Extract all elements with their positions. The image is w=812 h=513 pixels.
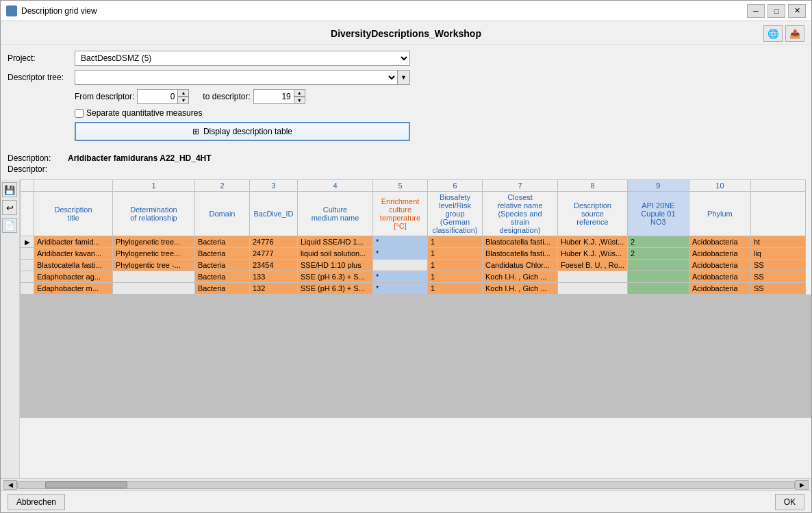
table-cell[interactable]: Blastocatella fasti... bbox=[483, 248, 558, 260]
table-cell[interactable]: Blastocatella fasti... bbox=[483, 236, 558, 248]
table-cell[interactable]: SS bbox=[750, 283, 805, 295]
close-button[interactable]: ✕ bbox=[788, 4, 806, 18]
table-row[interactable]: ▶Aridibacter famid...Phylogenetic tree..… bbox=[21, 236, 806, 248]
col-num-3[interactable]: 3 bbox=[250, 180, 298, 192]
to-descriptor-input[interactable] bbox=[253, 89, 294, 104]
descriptor-tree-select[interactable] bbox=[75, 70, 398, 85]
table-cell[interactable]: SSE (pH 6.3) + S... bbox=[298, 283, 373, 295]
table-cell[interactable]: 2 bbox=[627, 248, 689, 260]
to-descriptor-down-btn[interactable]: ▼ bbox=[294, 97, 305, 104]
project-select[interactable]: BactDescDSMZ (5) bbox=[75, 51, 410, 66]
table-cell[interactable]: Candidatus Chlor... bbox=[483, 260, 558, 271]
table-cell[interactable] bbox=[627, 271, 689, 283]
col-num-8[interactable]: 8 bbox=[558, 180, 628, 192]
table-cell[interactable] bbox=[627, 260, 689, 271]
to-descriptor-up-btn[interactable]: ▲ bbox=[294, 89, 305, 97]
table-cell[interactable]: 132 bbox=[250, 283, 298, 295]
table-row[interactable]: Edaphobacter ag...Bacteria133SSE (pH 6.3… bbox=[21, 271, 806, 283]
from-descriptor-down-btn[interactable]: ▼ bbox=[178, 97, 189, 104]
table-cell[interactable]: 1 bbox=[428, 271, 483, 283]
table-cell[interactable]: Foesel B. U. , Ro... bbox=[558, 260, 628, 271]
table-cell[interactable]: liquid soil solution... bbox=[298, 248, 373, 260]
table-cell[interactable] bbox=[627, 283, 689, 295]
from-descriptor-input[interactable] bbox=[137, 89, 178, 104]
table-cell[interactable]: Aridibacter kavan... bbox=[34, 248, 113, 260]
separate-quantitative-checkbox[interactable] bbox=[75, 109, 84, 118]
table-cell[interactable]: Acidobacteria bbox=[689, 271, 750, 283]
export-icon-button[interactable]: 📤 bbox=[785, 25, 804, 42]
table-cell[interactable] bbox=[558, 271, 628, 283]
table-cell[interactable] bbox=[113, 283, 195, 295]
table-cell[interactable]: 23454 bbox=[250, 260, 298, 271]
globe-icon-button[interactable]: 🌐 bbox=[763, 25, 783, 42]
table-cell[interactable]: Acidobacteria bbox=[689, 260, 750, 271]
table-cell[interactable]: SS bbox=[750, 260, 805, 271]
from-descriptor-up-btn[interactable]: ▲ bbox=[178, 89, 189, 97]
table-cell[interactable]: 1 bbox=[428, 236, 483, 248]
table-cell[interactable]: 24776 bbox=[250, 236, 298, 248]
table-cell[interactable]: * bbox=[373, 248, 428, 260]
table-cell[interactable]: Liquid SSE/HD 1... bbox=[298, 236, 373, 248]
table-cell[interactable]: Acidobacteria bbox=[689, 236, 750, 248]
col-num-6[interactable]: 6 bbox=[428, 180, 483, 192]
table-cell[interactable]: * bbox=[373, 236, 428, 248]
table-cell[interactable]: Bacteria bbox=[195, 248, 250, 260]
table-cell[interactable]: Edaphobacter ag... bbox=[34, 271, 113, 283]
cancel-button[interactable]: Abbrechen bbox=[8, 494, 65, 510]
col-num-7[interactable]: 7 bbox=[483, 180, 558, 192]
table-cell[interactable]: SSE (pH 6.3) + S... bbox=[298, 271, 373, 283]
table-cell[interactable]: 133 bbox=[250, 271, 298, 283]
col-num-2[interactable]: 2 bbox=[195, 180, 250, 192]
scroll-right-btn[interactable]: ▶ bbox=[795, 480, 809, 490]
table-cell[interactable]: Phylogenetic tree... bbox=[113, 236, 195, 248]
col-num-11[interactable] bbox=[750, 180, 805, 192]
table-cell[interactable]: Koch I.H. , Gich ... bbox=[483, 283, 558, 295]
table-cell[interactable]: Phylogenetic tree... bbox=[113, 248, 195, 260]
descriptor-tree-dropdown-btn[interactable]: ▼ bbox=[398, 70, 410, 85]
table-cell[interactable]: SS bbox=[750, 271, 805, 283]
horizontal-scrollbar[interactable]: ◀ ▶ bbox=[1, 478, 811, 490]
col-num-5[interactable]: 5 bbox=[373, 180, 428, 192]
table-cell[interactable]: Bacteria bbox=[195, 260, 250, 271]
new-doc-button[interactable]: 📄 bbox=[2, 218, 17, 233]
display-description-table-button[interactable]: ⊞ Display description table bbox=[75, 122, 410, 141]
table-cell[interactable] bbox=[113, 271, 195, 283]
table-cell[interactable]: 2 bbox=[627, 236, 689, 248]
table-cell[interactable]: liq bbox=[750, 248, 805, 260]
table-cell[interactable]: Koch I.H. , Gich ... bbox=[483, 271, 558, 283]
table-cell[interactable]: Huber K.J. ,Wüst... bbox=[558, 236, 628, 248]
table-cell[interactable]: ht bbox=[750, 236, 805, 248]
table-row[interactable]: Edaphobacter m...Bacteria132SSE (pH 6.3)… bbox=[21, 283, 806, 295]
table-cell[interactable]: Blastocatella fasti... bbox=[34, 260, 113, 271]
table-cell[interactable]: Huber K.J. ,Wüs... bbox=[558, 248, 628, 260]
table-cell[interactable]: Bacteria bbox=[195, 283, 250, 295]
table-cell[interactable]: * bbox=[373, 271, 428, 283]
table-cell[interactable]: Bacteria bbox=[195, 271, 250, 283]
undo-button[interactable]: ↩ bbox=[2, 200, 17, 215]
ok-button[interactable]: OK bbox=[775, 494, 804, 510]
table-cell[interactable]: Phylogentic tree -... bbox=[113, 260, 195, 271]
table-cell[interactable]: Edaphobacter m... bbox=[34, 283, 113, 295]
table-cell[interactable] bbox=[558, 283, 628, 295]
col-num-4[interactable]: 4 bbox=[298, 180, 373, 192]
scrollbar-thumb[interactable] bbox=[45, 481, 127, 488]
table-cell[interactable] bbox=[373, 260, 428, 271]
table-cell[interactable]: Acidobacteria bbox=[689, 283, 750, 295]
table-cell[interactable]: 1 bbox=[428, 260, 483, 271]
table-cell[interactable]: 1 bbox=[428, 283, 483, 295]
table-row[interactable]: Blastocatella fasti...Phylogentic tree -… bbox=[21, 260, 806, 271]
table-cell[interactable]: SSE/HD 1:10 plus bbox=[298, 260, 373, 271]
grid-scroll[interactable]: 1 2 3 4 5 6 7 8 9 10 bbox=[20, 179, 811, 478]
maximize-button[interactable]: □ bbox=[767, 4, 785, 18]
table-cell[interactable]: Acidobacteria bbox=[689, 248, 750, 260]
col-num-10[interactable]: 10 bbox=[689, 180, 750, 192]
table-row[interactable]: Aridibacter kavan...Phylogenetic tree...… bbox=[21, 248, 806, 260]
table-cell[interactable]: Bacteria bbox=[195, 236, 250, 248]
col-num-9[interactable]: 9 bbox=[627, 180, 689, 192]
minimize-button[interactable]: ─ bbox=[747, 4, 765, 18]
scroll-left-btn[interactable]: ◀ bbox=[3, 480, 17, 490]
table-cell[interactable]: Aridibacter famid... bbox=[34, 236, 113, 248]
col-num-1[interactable]: 1 bbox=[113, 180, 195, 192]
table-cell[interactable]: * bbox=[373, 283, 428, 295]
save-button[interactable]: 💾 bbox=[2, 182, 17, 197]
